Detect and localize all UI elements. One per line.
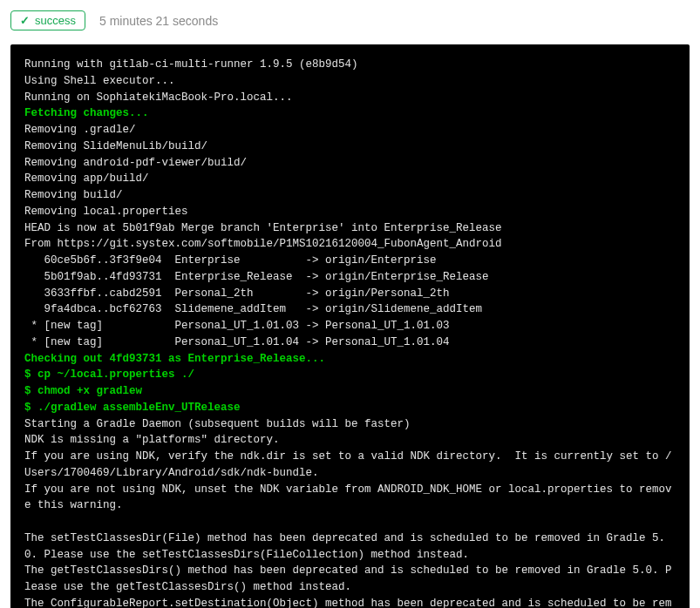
log-line: $ cp ~/local.properties ./	[24, 367, 676, 383]
log-line: HEAD is now at 5b01f9ab Merge branch 'En…	[24, 220, 676, 237]
checkmark-icon: ✓	[20, 14, 30, 27]
log-line: Checking out 4fd93731 as Enterprise_Rele…	[24, 351, 676, 368]
build-duration: 5 minutes 21 seconds	[99, 14, 218, 28]
log-line: If you are using NDK, verify the ndk.dir…	[24, 449, 676, 482]
log-line: 9fa4dbca..bcf62763 Slidemene_addItem -> …	[24, 301, 676, 318]
log-line: The ConfigurableReport.setDestination(Ob…	[24, 596, 676, 608]
log-line: * [new tag] Personal_UT_1.01.03 -> Perso…	[24, 318, 676, 334]
log-line: Running with gitlab-ci-multi-runner 1.9.…	[24, 57, 676, 73]
log-line: Removing android-pdf-viewer/build/	[24, 155, 676, 172]
log-line: Removing build/	[24, 187, 676, 204]
status-badge: ✓ success	[10, 10, 85, 30]
log-line: Starting a Gradle Daemon (subsequent bui…	[24, 416, 676, 433]
log-line: Fetching changes...	[24, 105, 676, 122]
log-line: Running on SophiatekiMacBook-Pro.local..…	[24, 90, 676, 106]
log-line: $ chmod +x gradlew	[24, 383, 676, 400]
log-line: If you are not using NDK, unset the NDK …	[24, 482, 676, 515]
build-header: ✓ success 5 minutes 21 seconds	[10, 10, 690, 30]
log-line: From https://git.systex.com/softmobile/P…	[24, 236, 676, 253]
log-line: $ ./gradlew assembleEnv_UTRelease	[24, 400, 676, 416]
log-line: 5b01f9ab..4fd93731 Enterprise_Release ->…	[24, 269, 676, 286]
log-line: Removing local.properties	[24, 204, 676, 220]
log-line: NDK is missing a "platforms" directory.	[24, 432, 676, 449]
log-line: 60ce5b6f..3f3f9e04 Enterprise -> origin/…	[24, 253, 676, 269]
log-line: Removing app/build/	[24, 171, 676, 187]
log-line: The getTestClassesDirs() method has been…	[24, 563, 676, 596]
log-line: 3633ffbf..cabd2591 Personal_2th -> origi…	[24, 286, 676, 302]
build-log-terminal[interactable]: Running with gitlab-ci-multi-runner 1.9.…	[10, 44, 690, 608]
log-line: Removing SlideMenuLib/build/	[24, 138, 676, 155]
log-line: * [new tag] Personal_UT_1.01.04 -> Perso…	[24, 334, 676, 351]
log-line: Removing .gradle/	[24, 122, 676, 138]
status-label: success	[35, 14, 76, 27]
log-line: The setTestClassesDir(File) method has b…	[24, 530, 676, 564]
log-line	[24, 514, 676, 530]
log-line: Using Shell executor...	[24, 73, 676, 90]
